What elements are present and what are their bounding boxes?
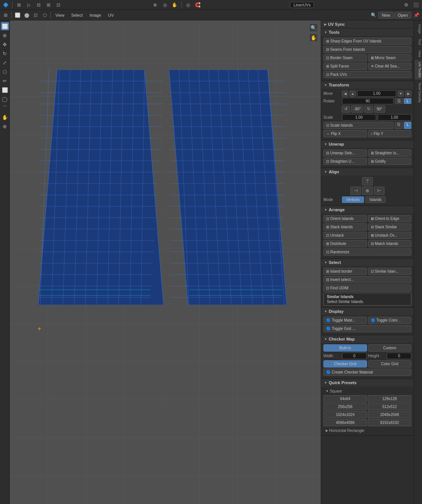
split-faces-btn[interactable]: ⊞ Split Faces (323, 63, 367, 70)
proportional-icon[interactable]: ◎ (184, 1, 192, 9)
scene-icon[interactable]: ⊞ (15, 1, 23, 9)
preset-128x128[interactable]: 128x128 (368, 395, 411, 402)
flip-y-btn[interactable]: ↕ Flip Y (368, 130, 412, 137)
move-tool[interactable]: ✥ (1, 40, 9, 49)
editor-type-icon[interactable]: ⊞ (2, 11, 10, 19)
menu-select[interactable]: Select (68, 12, 86, 18)
vertices-mode-btn[interactable]: Vertices (342, 196, 364, 203)
scale-g-btn[interactable]: G (395, 122, 403, 129)
color-grid-btn[interactable]: Color Grid (368, 360, 412, 367)
match-islands-btn[interactable]: ⊟ Match Islands (368, 240, 412, 247)
align-header[interactable]: ▼ Align (321, 168, 414, 176)
tools-header[interactable]: ▼ Tools (321, 28, 414, 36)
stats-icon[interactable]: ⊡ (54, 1, 63, 9)
preset-4096x4096[interactable]: 4096x4096 (323, 419, 367, 426)
checker-map-header[interactable]: ▼ Checker Map (321, 335, 414, 343)
align-right-icon[interactable]: ⊢ (374, 187, 384, 195)
editor-mode2-icon[interactable]: ⬤ (22, 11, 31, 19)
scale-islands-btn[interactable]: ⊡ Scale Islands (323, 122, 394, 129)
align-top-center-icon[interactable]: ⊤ (362, 177, 373, 185)
unwrap-sele-btn[interactable]: ⊟ Unwrap Sele... (323, 149, 367, 157)
align-left-icon[interactable]: ⊣ (350, 187, 361, 195)
box-select-tool[interactable]: ⬜ (1, 86, 9, 94)
island-border-btn[interactable]: ⊞ Island border (323, 268, 367, 275)
clear-all-seams-btn[interactable]: ✕ Clear All Sea... (368, 63, 412, 70)
invert-select-btn[interactable]: ⊟ Invert select... (323, 276, 411, 283)
width-input[interactable] (342, 353, 367, 359)
tool-tab[interactable]: Tool (415, 36, 422, 47)
rotate-neg90-btn[interactable]: -90° (351, 105, 363, 113)
viewport-icon[interactable]: ⊕ (151, 1, 159, 9)
circle-select-tool[interactable]: ◯ (1, 95, 9, 103)
pin-icon[interactable]: 📌 (412, 11, 420, 19)
unwrap-header[interactable]: ▼ Unwrap (321, 140, 414, 148)
new-button[interactable]: New (378, 12, 394, 19)
pin-tool[interactable]: ⊕ (1, 122, 9, 130)
checker-grid-btn[interactable]: Checker Grid (323, 360, 367, 367)
square-header[interactable]: ▼ Square (323, 388, 411, 394)
workspace-name[interactable]: LinerUVs (290, 2, 314, 8)
mirror-seam-btn[interactable]: ⊠ Mirror Seam (368, 54, 412, 61)
border-seam-btn[interactable]: ⊡ Border Seam (323, 54, 367, 61)
select-header[interactable]: ▼ Select (321, 259, 414, 266)
editor-mode-icon[interactable]: ⬜ (13, 11, 22, 19)
image-tab[interactable]: Image (415, 22, 422, 36)
pack-uvs-btn[interactable]: ⊡ Pack UVs (323, 71, 411, 78)
display-header[interactable]: ▼ Display (321, 308, 414, 315)
grid-icon[interactable]: ⊞ (44, 1, 53, 9)
settings-icon[interactable]: ⚙ (402, 1, 411, 9)
move-down-btn[interactable]: ▼ (398, 91, 404, 97)
editor-mode4-icon[interactable]: ⬡ (41, 11, 49, 19)
preset-256x256[interactable]: 256x256 (323, 403, 367, 410)
scale-l-btn[interactable]: L (404, 122, 411, 129)
preset-8192x8192[interactable]: 8192x8192 (368, 419, 411, 426)
rotate-value-input[interactable] (342, 98, 394, 104)
distribute-btn[interactable]: ⊞ Distribute (323, 240, 367, 247)
layout-icon[interactable]: ⊟ (35, 1, 43, 9)
toggle-grid-btn[interactable]: 🔵 Toggle Grid ... (323, 325, 411, 332)
unstack-btn[interactable]: ⊡ Unstack (323, 232, 367, 239)
move-value-input[interactable] (357, 90, 396, 97)
cursor-tool[interactable]: ⊕ (1, 31, 9, 39)
custom-btn[interactable]: Custom (368, 344, 412, 352)
menu-image[interactable]: Image (86, 12, 104, 18)
uv-viewport[interactable]: 🔍 ✋ (10, 20, 321, 504)
uv-toolkit-tab[interactable]: UV Toolkit (415, 60, 422, 80)
rotate-l-btn[interactable]: L (404, 98, 411, 104)
hand-btn[interactable]: ✋ (309, 33, 318, 42)
toggle-color-btn[interactable]: 🔵 Toggle Color... (368, 317, 412, 324)
transform-tool[interactable]: ⬡ (1, 68, 9, 76)
builtin-btn[interactable]: Built-in (323, 344, 367, 352)
stack-similar-btn[interactable]: ⊟ Stack Similar (368, 223, 412, 231)
lasso-tool[interactable]: ⌒ (1, 104, 9, 112)
find-udim-btn[interactable]: ⊡ Find UDIM (323, 284, 411, 292)
menu-uv[interactable]: UV (105, 12, 117, 18)
horizontal-rectangle-header[interactable]: ▶ Horizontal Rectangle (323, 427, 411, 434)
editor-mode3-icon[interactable]: ⊡ (31, 11, 40, 19)
select-tool[interactable]: ⬜ (1, 22, 9, 30)
zoom-icon[interactable]: 🔍 (369, 11, 378, 19)
align-center-icon[interactable]: ⊕ (362, 187, 373, 195)
orient-edge-btn[interactable]: ⊠ Orient to Edge (368, 215, 412, 222)
height-input[interactable] (387, 353, 411, 359)
scale-y-input[interactable] (378, 114, 412, 121)
arrange-header[interactable]: ▼ Arrange (321, 206, 414, 214)
straighten-u-btn[interactable]: ⊡ Straighten U... (323, 158, 367, 165)
uv-sync-header[interactable]: ▶ UV Sync (321, 20, 414, 28)
move-left-btn[interactable]: ◀ (342, 91, 348, 97)
menu-view[interactable]: View (52, 12, 67, 18)
toggle-mate-btn[interactable]: 🔵 Toggle Mate... (323, 317, 367, 324)
move-up-btn[interactable]: ▲ (350, 91, 356, 97)
seams-from-islands-btn[interactable]: ⊟ Seams From Islands (323, 46, 411, 53)
grab-icon[interactable]: ✋ (171, 1, 179, 9)
unstack-ov-btn[interactable]: ⊠ Unstack Ov... (368, 232, 412, 239)
orient-islands-btn[interactable]: ⊡ Orient Islands (323, 215, 367, 222)
rotate-g-btn[interactable]: G (395, 98, 403, 104)
scale-x-input[interactable] (342, 114, 376, 121)
sharp-edges-btn[interactable]: ⊞ Sharp Edges From UV Islands (323, 38, 411, 45)
create-checker-material-btn[interactable]: 🔵 Create Checker Material (323, 369, 411, 376)
rotate-tool[interactable]: ↻ (1, 49, 9, 58)
zoom-in-btn[interactable]: 🔍 (309, 24, 318, 32)
blender-menu-icon[interactable]: 🔷 (2, 1, 10, 9)
annotate-tool[interactable]: ✏ (1, 77, 9, 85)
